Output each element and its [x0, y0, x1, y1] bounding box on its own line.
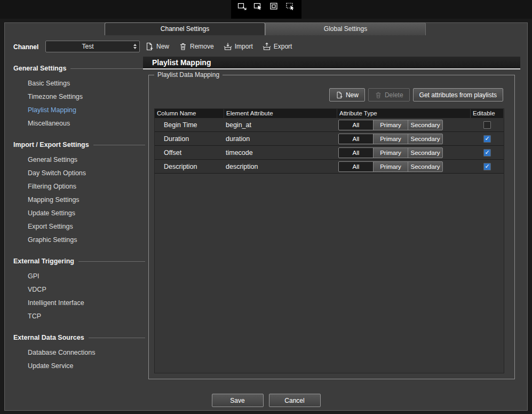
mapping-table: Column Name Element Attribute Attribute … — [154, 108, 504, 373]
delete-row-button[interactable]: Delete — [368, 88, 410, 101]
export-icon — [263, 42, 271, 51]
new-document-icon — [336, 91, 343, 99]
cell-column-name: Description — [155, 163, 224, 170]
header-column-name: Column Name — [155, 109, 224, 118]
cell-editable: ✓ — [471, 135, 504, 143]
check-icon: ✓ — [485, 136, 489, 142]
settings-sidebar: General Settings Basic Settings Timezone… — [13, 63, 145, 382]
segment-secondary[interactable]: Secondary — [408, 147, 443, 158]
channel-toolbar: New Remove Import Export — [145, 41, 292, 52]
frame-icon[interactable] — [269, 2, 279, 11]
section-divider — [78, 261, 145, 262]
cell-element-attribute: begin_at — [224, 121, 337, 129]
sidebar-item-miscellaneous[interactable]: Miscellaneous — [13, 117, 145, 130]
segment-all[interactable]: All — [338, 120, 374, 130]
capture-toolbar — [231, 0, 301, 19]
sidebar-item-tcp[interactable]: TCP — [13, 310, 145, 323]
sidebar-item-update-service[interactable]: Update Service — [13, 360, 145, 373]
monitor-pointer-icon[interactable] — [253, 2, 263, 11]
sidebar-item-playlist-mapping[interactable]: Playlist Mapping — [13, 104, 145, 117]
sidebar-item-basic-settings[interactable]: Basic Settings — [13, 77, 145, 90]
import-label: Import — [235, 43, 253, 50]
section-divider — [70, 68, 145, 69]
editable-checkbox[interactable]: ✓ — [483, 149, 491, 157]
save-button[interactable]: Save — [212, 394, 264, 407]
group-title: Playlist Data Mapping — [154, 71, 223, 79]
monitor-arrow-icon[interactable] — [237, 2, 247, 11]
export-label: Export — [274, 43, 292, 50]
segment-primary[interactable]: Primary — [373, 147, 408, 158]
segment-all[interactable]: All — [338, 134, 374, 144]
tab-channel-settings[interactable]: Channel Settings — [105, 22, 265, 35]
page-title: Playlist Mapping — [143, 57, 520, 69]
trash-icon — [179, 42, 187, 51]
sidebar-item-vdcp[interactable]: VDCP — [13, 283, 145, 296]
section-title: External Data Sources — [13, 334, 84, 341]
remove-channel-button[interactable]: Remove — [179, 42, 214, 51]
trash-icon — [375, 91, 382, 99]
section-divider — [89, 338, 145, 338]
export-button[interactable]: Export — [263, 42, 292, 51]
sidebar-item-database-connections[interactable]: Database Connections — [13, 346, 145, 360]
section-divider — [93, 145, 145, 145]
channel-dropdown[interactable]: Test — [45, 41, 140, 52]
section-title: General Settings — [13, 65, 66, 72]
cell-attribute-type: All Primary Secondary — [337, 134, 471, 144]
editable-checkbox[interactable]: ✓ — [483, 135, 491, 143]
channel-label: Channel — [13, 43, 38, 51]
cell-column-name: Offset — [155, 149, 224, 157]
table-row[interactable]: Duration duration All Primary Secondary … — [155, 132, 504, 146]
attribute-type-segmented-control: All Primary Secondary — [338, 120, 443, 130]
new-channel-button[interactable]: New — [145, 42, 169, 51]
region-pointer-icon[interactable] — [285, 2, 295, 11]
sidebar-item-intelligent-interface[interactable]: Intelligent Interface — [13, 296, 145, 310]
sidebar-item-graphic-settings[interactable]: Graphic Settings — [13, 233, 145, 247]
cell-element-attribute: description — [224, 163, 337, 170]
check-icon: ✓ — [485, 150, 489, 155]
segment-all[interactable]: All — [338, 147, 374, 158]
sidebar-section-external-triggering: External Triggering GPI VDCP Intelligent… — [13, 256, 145, 323]
attribute-type-segmented-control: All Primary Secondary — [338, 147, 443, 158]
dialog-footer: Save Cancel — [5, 394, 527, 407]
segment-primary[interactable]: Primary — [373, 120, 408, 130]
sidebar-item-gpi[interactable]: GPI — [13, 270, 145, 283]
segment-secondary[interactable]: Secondary — [408, 161, 443, 172]
table-header: Column Name Element Attribute Attribute … — [155, 109, 504, 118]
sidebar-item-update-settings[interactable]: Update Settings — [13, 207, 145, 220]
sidebar-item-general-settings[interactable]: General Settings — [13, 153, 145, 167]
section-title: External Triggering — [13, 257, 74, 265]
cell-editable: ✓ — [471, 121, 504, 129]
import-button[interactable]: Import — [224, 42, 253, 51]
editable-checkbox[interactable]: ✓ — [483, 163, 491, 170]
import-icon — [224, 42, 232, 51]
cancel-button[interactable]: Cancel — [269, 394, 321, 407]
remove-channel-label: Remove — [190, 43, 214, 50]
segment-secondary[interactable]: Secondary — [408, 134, 443, 144]
sidebar-item-filtering-options[interactable]: Filtering Options — [13, 180, 145, 193]
segment-primary[interactable]: Primary — [373, 161, 408, 172]
dropdown-arrows-icon[interactable] — [133, 41, 137, 52]
attribute-type-segmented-control: All Primary Secondary — [338, 134, 443, 144]
sidebar-item-export-settings[interactable]: Export Settings — [13, 220, 145, 233]
header-attribute-type: Attribute Type — [337, 109, 471, 118]
sidebar-item-mapping-settings[interactable]: Mapping Settings — [13, 193, 145, 207]
sidebar-item-timezone-settings[interactable]: Timezone Settings — [13, 90, 145, 104]
segment-secondary[interactable]: Secondary — [408, 120, 443, 130]
sidebar-section-import-export-settings: Import / Export Settings General Setting… — [13, 139, 145, 247]
table-row[interactable]: Description description All Primary Seco… — [155, 160, 504, 174]
new-row-button[interactable]: New — [329, 88, 365, 101]
header-element-attribute: Element Attribute — [224, 109, 337, 118]
get-attributes-button[interactable]: Get attributes from playlists — [413, 88, 503, 101]
tab-global-settings[interactable]: Global Settings — [265, 22, 426, 35]
segment-all[interactable]: All — [338, 161, 374, 172]
new-channel-label: New — [156, 43, 169, 50]
cell-element-attribute: timecode — [224, 149, 337, 157]
table-row[interactable]: Begin Time begin_at All Primary Secondar… — [155, 118, 504, 132]
table-row[interactable]: Offset timecode All Primary Secondary ✓ — [155, 146, 504, 160]
settings-panel: Channel Test New Remove Import — [4, 22, 528, 411]
cell-column-name: Duration — [155, 135, 224, 143]
editable-checkbox[interactable]: ✓ — [483, 121, 491, 129]
segment-primary[interactable]: Primary — [373, 134, 408, 144]
sidebar-item-day-switch-options[interactable]: Day Switch Options — [13, 167, 145, 180]
cell-attribute-type: All Primary Secondary — [337, 120, 471, 130]
